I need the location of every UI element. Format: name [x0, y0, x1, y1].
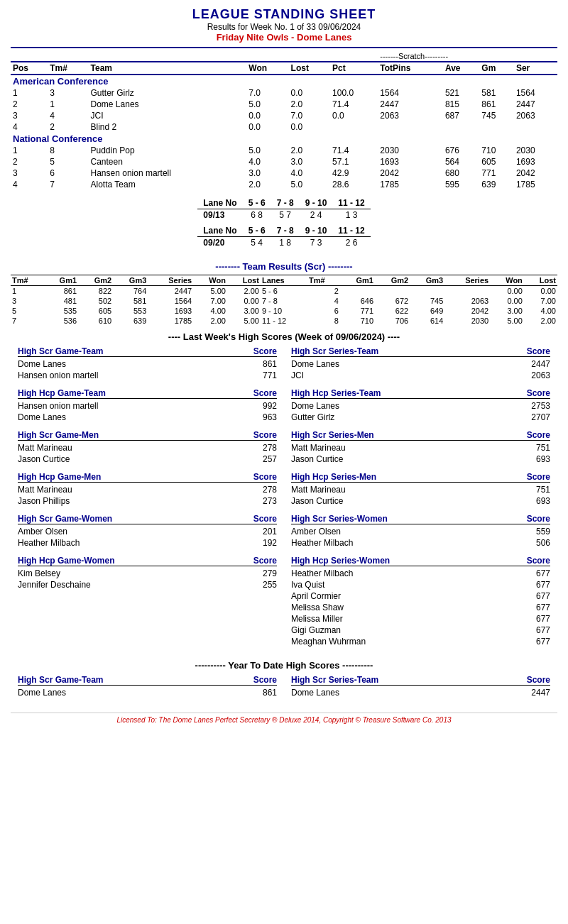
hs-entry-score: 677: [536, 591, 550, 601]
hs-score-label: Score: [253, 556, 277, 566]
hs-entry: Amber Olsen559: [291, 526, 550, 537]
scratch-label: -------Scratch---------: [378, 51, 557, 62]
col-pos: Pos: [11, 62, 48, 75]
hs-score-label: Score: [527, 430, 550, 440]
hs-entry-name: Matt Marineau: [291, 443, 346, 453]
team-pct: 100.0: [330, 87, 378, 99]
high-scores-header: ---- Last Week's High Scores (Week of 09…: [11, 326, 557, 346]
hs-score-label: Score: [253, 430, 277, 440]
team-totpins: 1785: [378, 179, 443, 190]
hs-entry: Dome Lanes2447: [291, 687, 550, 698]
team-row: 3 6 Hansen onion martell 3.0 4.0 42.9 20…: [11, 167, 557, 179]
team-pct: 71.4: [330, 99, 378, 110]
hs-entry-score: 2707: [531, 412, 550, 422]
col-gm: Gm: [479, 62, 514, 75]
hs-entry-score: 677: [536, 614, 550, 624]
hs-score-label: Score: [253, 388, 277, 398]
team-pct: 57.1: [330, 156, 378, 167]
team-gm: 605: [479, 156, 514, 167]
team-row: 2 1 Dome Lanes 5.0 2.0 71.4 2447 815 861…: [11, 99, 557, 110]
hs-category-header: High Scr Game-MenScore: [18, 430, 277, 441]
team-tm: 4: [48, 110, 88, 121]
hs-category-header: High Hcp Series-MenScore: [291, 472, 550, 483]
hs-entry: Dome Lanes2447: [291, 358, 550, 370]
hs-entry-name: Jason Curtice: [291, 496, 343, 506]
hs-entry: Heather Milbach192: [18, 537, 277, 549]
team-ave: 815: [443, 99, 479, 110]
hs-entry-name: Amber Olsen: [291, 527, 341, 537]
team-pos: 4: [11, 121, 48, 133]
team-ser: 2042: [514, 167, 557, 179]
team-name: Gutter Girlz: [89, 87, 247, 99]
team-gm: 771: [479, 167, 514, 179]
hs-entry-score: 677: [536, 603, 550, 612]
standings-table: -------Scratch--------- Pos Tm# Team Won…: [11, 51, 557, 190]
team-lost: 7.0: [289, 110, 330, 121]
american-conference-row: American Conference: [11, 75, 557, 87]
hs-entry-name: Dome Lanes: [291, 401, 339, 411]
standings-header-row: Pos Tm# Team Won Lost Pct TotPins Ave Gm…: [11, 62, 557, 75]
ytd-header: ---------- Year To Date High Scores ----…: [11, 654, 557, 675]
hs-entry-score: 2063: [531, 370, 550, 380]
hs-category-title: High Hcp Series-Team: [291, 388, 381, 398]
hs-section: High Scr Game-TeamScoreDome Lanes861Hans…: [18, 346, 277, 381]
hs-category-title: High Hcp Game-Men: [18, 472, 101, 482]
hs-category-header: High Hcp Game-MenScore: [18, 472, 277, 483]
hs-entry-score: 861: [263, 688, 277, 698]
team-result-row: 186182276424475.002.005 - 620.000.00: [11, 286, 557, 297]
hs-entry-name: Jennifer Deschaine: [18, 580, 91, 590]
team-ave: 680: [443, 167, 479, 179]
high-scores-grid: High Scr Game-TeamScoreDome Lanes861Hans…: [18, 346, 550, 654]
team-pct: 28.6: [330, 179, 378, 190]
team-totpins: 1564: [378, 87, 443, 99]
hs-entry-score: 2447: [531, 688, 550, 698]
team-gm: 710: [479, 145, 514, 156]
page-header: LEAGUE STANDING SHEET Results for Week N…: [11, 7, 557, 43]
hs-category-title: High Scr Game-Men: [18, 430, 99, 440]
hs-category-title: High Scr Game-Women: [18, 514, 112, 524]
hs-entry-name: Jason Phillips: [18, 496, 70, 506]
team-pos: 2: [11, 99, 48, 110]
hs-entry-score: 559: [536, 527, 550, 537]
hs-category-title: High Scr Series-Team: [291, 346, 378, 356]
team-totpins: 2063: [378, 110, 443, 121]
team-pct: 0.0: [330, 110, 378, 121]
hs-entry-name: Dome Lanes: [18, 412, 66, 422]
team-totpins: 2030: [378, 145, 443, 156]
national-conference-label: National Conference: [11, 133, 557, 145]
team-lost: 0.0: [289, 121, 330, 133]
hs-category-header: High Scr Series-TeamScore: [291, 675, 550, 686]
hs-entry-score: 677: [536, 580, 550, 590]
hs-category-title: High Hcp Series-Men: [291, 472, 376, 482]
team-won: 4.0: [246, 156, 288, 167]
hs-category-header: High Hcp Series-WomenScore: [291, 556, 550, 566]
team-results-table: Tm#Gm1Gm2Gm3SeriesWonLostLanesTm#Gm1Gm2G…: [11, 275, 557, 326]
team-row: 3 4 JCI 0.0 7.0 0.0 2063 687 745 2063: [11, 110, 557, 121]
hs-entry: Meaghan Wuhrman677: [291, 636, 550, 647]
team-tm: 6: [48, 167, 88, 179]
hs-score-label: Score: [253, 675, 277, 685]
hs-entry: Gigi Guzman677: [291, 625, 550, 636]
hs-entry-score: 273: [263, 496, 277, 506]
hs-entry-name: Matt Marineau: [291, 485, 346, 495]
team-lost: 5.0: [289, 179, 330, 190]
hs-entry-score: 279: [263, 568, 277, 578]
team-name: Puddin Pop: [89, 145, 247, 156]
hs-entry-score: 992: [263, 401, 277, 411]
hs-score-label: Score: [253, 472, 277, 482]
hs-score-label: Score: [527, 346, 550, 356]
hs-category-header: High Hcp Game-WomenScore: [18, 556, 277, 566]
hs-entry-name: Heather Milbach: [291, 568, 353, 578]
hs-entry: JCI2063: [291, 370, 550, 381]
team-gm: 861: [479, 99, 514, 110]
team-ser: 2030: [514, 145, 557, 156]
hs-entry-name: Matt Marineau: [18, 485, 72, 495]
ytd-scores-grid: High Scr Game-TeamScoreDome Lanes861High…: [18, 675, 550, 705]
hs-section: High Scr Game-MenScoreMatt Marineau278Ja…: [18, 430, 277, 465]
hs-entry: Heather Milbach506: [291, 537, 550, 549]
hs-entry-name: Melissa Shaw: [291, 603, 344, 612]
team-totpins: 2042: [378, 167, 443, 179]
team-gm: 581: [479, 87, 514, 99]
team-totpins: [378, 121, 443, 133]
hs-entry-name: Iva Quist: [291, 580, 324, 590]
